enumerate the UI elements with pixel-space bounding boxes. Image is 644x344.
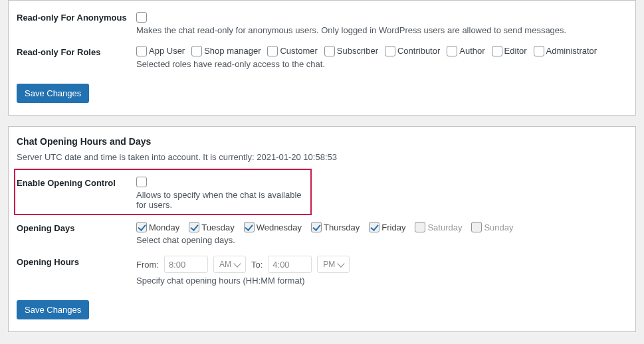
role-label: Customer [280,46,317,56]
from-ampm-value: AM [219,260,231,269]
readonly-anonymous-desc: Makes the chat read-only for anonymous u… [136,25,627,35]
role-item: Author [447,46,484,56]
role-checkbox[interactable] [136,46,147,56]
server-time-note: Server UTC date and time is taken into a… [17,149,627,169]
opening-days-row: Opening Days MondayTuesdayWednesdayThurs… [17,215,627,249]
day-label: Saturday [427,222,462,232]
role-label: Author [459,46,484,56]
to-label: To: [251,260,263,270]
day-item: Friday [369,222,405,232]
to-ampm-select[interactable]: PM [317,256,350,273]
day-checkbox[interactable] [189,222,199,232]
chevron-down-icon [233,260,241,267]
day-item: Thursday [311,222,360,232]
opening-hours-desc: Specify chat opening hours (HH:MM format… [136,276,627,286]
role-checkbox[interactable] [324,46,335,56]
day-item: Saturday [415,222,462,232]
opening-days-desc: Select chat opening days. [136,235,627,245]
role-item: Subscriber [324,46,378,56]
roles-list: App UserShop managerCustomerSubscriberCo… [136,46,627,56]
readonly-anonymous-checkbox[interactable] [136,12,147,23]
to-time-input[interactable] [268,256,312,273]
day-checkbox[interactable] [311,222,322,232]
day-checkbox[interactable] [471,222,482,232]
day-label: Friday [381,222,405,232]
from-time-input[interactable] [164,256,208,273]
to-ampm-value: PM [323,260,335,269]
section-title: Chat Opening Hours and Days [17,127,627,149]
opening-days-label: Opening Days [17,222,136,233]
day-item: Sunday [471,222,513,232]
readonly-anonymous-label: Read-only For Anonymous [17,11,136,23]
role-item: Administrator [534,46,597,56]
enable-opening-control-row: Enable Opening Control Allows to specify… [14,169,312,216]
day-item: Wednesday [244,222,302,232]
role-checkbox[interactable] [447,46,457,56]
from-label: From: [136,260,159,270]
enable-opening-desc: Allows to specify when the chat is avail… [136,190,309,210]
enable-opening-checkbox[interactable] [136,177,147,187]
role-checkbox[interactable] [492,46,502,56]
save-button[interactable]: Save Changes [17,84,89,103]
readonly-anonymous-row: Read-only For Anonymous Makes the chat r… [17,5,627,39]
role-item: App User [136,46,185,56]
readonly-settings-panel: Read-only For Anonymous Makes the chat r… [8,0,636,116]
opening-hours-panel: Chat Opening Hours and Days Server UTC d… [8,126,636,333]
role-label: Shop manager [204,46,261,56]
opening-hours-label: Opening Hours [17,256,136,267]
enable-opening-label: Enable Opening Control [17,177,136,188]
chevron-down-icon [338,260,345,267]
role-item: Customer [267,46,317,56]
role-checkbox[interactable] [534,46,544,56]
readonly-roles-label: Read-only For Roles [17,46,136,57]
day-checkbox[interactable] [369,222,379,232]
role-label: Administrator [546,46,597,56]
day-item: Monday [136,222,179,232]
role-checkbox[interactable] [385,46,395,56]
day-label: Tuesday [201,222,234,232]
day-item: Tuesday [189,222,234,232]
role-item: Editor [492,46,527,56]
role-item: Contributor [385,46,440,56]
day-checkbox[interactable] [136,222,147,232]
role-label: Editor [504,46,527,56]
day-label: Sunday [484,222,513,232]
role-checkbox[interactable] [191,46,202,56]
day-label: Thursday [324,222,360,232]
days-list: MondayTuesdayWednesdayThursdayFridaySatu… [136,222,627,232]
from-ampm-select[interactable]: AM [213,256,246,273]
day-checkbox[interactable] [415,222,425,232]
readonly-roles-row: Read-only For Roles App UserShop manager… [17,39,627,73]
day-checkbox[interactable] [244,222,255,232]
save-button[interactable]: Save Changes [17,300,89,319]
role-item: Shop manager [191,46,261,56]
role-label: App User [149,46,185,56]
readonly-roles-desc: Selected roles have read-only access to … [136,59,627,69]
opening-hours-row: Opening Hours From: AM To: PM Specify ch… [17,249,627,290]
day-label: Monday [149,222,179,232]
day-label: Wednesday [257,222,302,232]
role-checkbox[interactable] [267,46,278,56]
role-label: Subscriber [337,46,378,56]
role-label: Contributor [397,46,440,56]
